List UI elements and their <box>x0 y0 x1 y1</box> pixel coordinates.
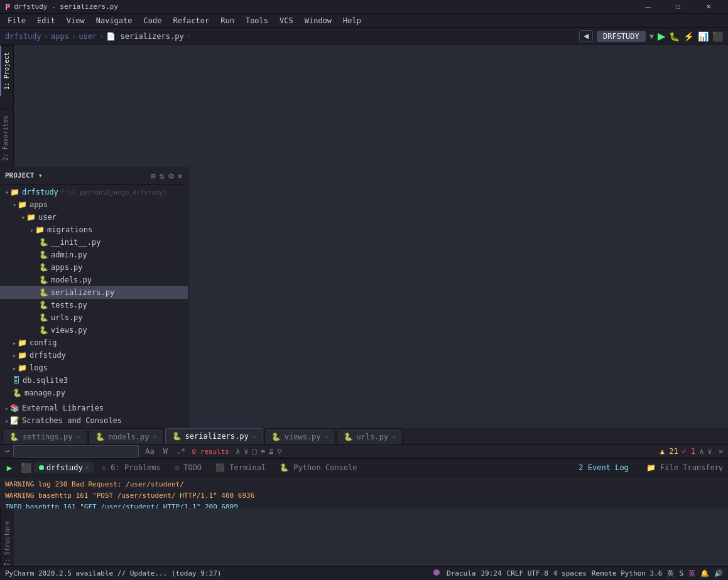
file-transfer-tab[interactable]: 📁 File Transfer <box>640 462 725 473</box>
search-case-option[interactable]: Aa <box>143 446 156 456</box>
tree-config[interactable]: ▸ 📁 config <box>0 336 188 349</box>
tray-icon-4[interactable]: 🔊 <box>714 569 723 577</box>
tree-manage[interactable]: 🐍 manage.py <box>0 387 188 399</box>
search-option3-icon[interactable]: ≣ <box>269 447 273 456</box>
search-down-icon[interactable]: ∨ <box>244 447 248 456</box>
collapse-up-icon[interactable]: ∧ <box>699 447 704 456</box>
tab-serializers[interactable]: 🐍 serializers.py ✕ <box>165 428 263 444</box>
status-encoding[interactable]: CRLF UTF-8 <box>507 569 548 577</box>
search-input[interactable] <box>13 445 139 458</box>
close-panel-icon[interactable]: ✕ <box>178 171 183 181</box>
error-count-badge[interactable]: ✓ 1 <box>682 447 696 456</box>
tree-migrations[interactable]: ▸ 📁 migrations <box>0 223 188 236</box>
tray-icon-3[interactable]: 🔔 <box>700 569 709 577</box>
project-panel-tab[interactable]: 1: Project <box>0 45 13 96</box>
status-cursor[interactable]: 29:24 <box>481 569 501 577</box>
run-restart-button[interactable]: ▶ <box>3 461 16 475</box>
nav-part-2[interactable]: apps <box>51 32 69 41</box>
debug-button[interactable]: 🐛 <box>669 31 680 41</box>
collapse-down-icon[interactable]: ∨ <box>708 447 712 456</box>
tree-init[interactable]: 🐍 __init__.py <box>0 236 188 249</box>
add-icon[interactable]: ⊕ <box>150 171 155 181</box>
tree-models[interactable]: 🐍 models.py <box>0 274 188 286</box>
search-prev-icon[interactable]: ↩ <box>5 447 9 456</box>
status-indent[interactable]: 4 spaces <box>553 569 587 577</box>
menu-item-edit[interactable]: Edit <box>32 15 60 26</box>
run-tab-name: drfstudy <box>46 463 83 472</box>
tree-serializers[interactable]: 🐍 serializers.py <box>0 286 188 299</box>
tree-apps-py[interactable]: 🐍 apps.py <box>0 261 188 274</box>
sync-icon[interactable]: ⇅ <box>160 171 165 181</box>
status-app-name[interactable]: PyCharm 2020.2.5 available // Update... … <box>5 569 221 577</box>
tree-admin[interactable]: 🐍 admin.py <box>0 249 188 261</box>
status-interpreter[interactable]: Remote Python 3.6 <box>592 569 663 577</box>
event-log-tab[interactable]: 2 Event Log <box>572 462 634 473</box>
run-tab-active[interactable]: drfstudy ✕ <box>34 462 94 473</box>
tab-models[interactable]: 🐍 models.py ✕ <box>89 428 164 444</box>
close-button[interactable]: ✕ <box>694 0 723 14</box>
nav-part-4[interactable]: 📄 serializers.py <box>106 32 183 41</box>
menu-item-run[interactable]: Run <box>215 15 239 26</box>
menu-item-vcs[interactable]: VCS <box>274 15 298 26</box>
tree-db[interactable]: 🗄 db.sqlite3 <box>0 374 188 387</box>
menu-item-window[interactable]: Window <box>300 15 337 26</box>
menu-item-code[interactable]: Code <box>139 15 167 26</box>
tree-scratches[interactable]: ▸ 📝 Scratches and Consoles <box>0 414 188 427</box>
run-with-coverage-button[interactable]: ⚡ <box>683 31 694 41</box>
run-stop-button[interactable]: ⬛ <box>19 461 33 475</box>
warning-count-badge[interactable]: ▲ 21 <box>660 447 678 456</box>
views-close-icon[interactable]: ✕ <box>325 433 329 440</box>
terminal-tab[interactable]: ⬛ Terminal <box>209 462 272 473</box>
tree-tests[interactable]: 🐍 tests.py <box>0 299 188 311</box>
tree-apps[interactable]: ▾ 📁 apps <box>0 198 188 211</box>
tree-external-libs[interactable]: ▸ 📚 External Libraries <box>0 402 188 414</box>
structure-tab[interactable]: 7: Structure <box>0 508 14 566</box>
tab-views[interactable]: 🐍 views.py ✕ <box>264 428 335 444</box>
run-button[interactable]: ▶ <box>658 30 665 42</box>
nav-part-3[interactable]: user <box>79 32 97 41</box>
tree-root[interactable]: ▾ 📁 drfstudy F:\C_python\Django_drfstudy… <box>0 186 188 198</box>
status-theme[interactable]: Dracula <box>433 569 475 577</box>
status-lang[interactable]: 英 <box>667 569 674 578</box>
tab-settings[interactable]: 🐍 settings.py ✕ <box>3 428 87 444</box>
urls-close-icon[interactable]: ✕ <box>392 433 396 440</box>
run-config-dropdown-icon[interactable]: ▼ <box>649 32 654 41</box>
problems-tab[interactable]: ⚠ 6: Problems <box>95 462 167 473</box>
close-search-icon[interactable]: ✕ <box>719 447 723 456</box>
search-option1-icon[interactable]: □ <box>252 447 256 456</box>
minimize-button[interactable]: — <box>634 0 663 14</box>
profile-button[interactable]: 📊 <box>698 31 709 41</box>
favorites-panel-tab[interactable]: 2: Favorites <box>0 109 13 167</box>
tree-views[interactable]: 🐍 views.py <box>0 324 188 336</box>
run-tab-close[interactable]: ✕ <box>85 464 89 471</box>
search-filter-icon[interactable]: ▽ <box>277 447 281 456</box>
menu-item-file[interactable]: File <box>3 15 31 26</box>
settings-close-icon[interactable]: ✕ <box>76 433 80 440</box>
menu-item-view[interactable]: View <box>62 15 90 26</box>
maximize-button[interactable]: □ <box>664 0 693 14</box>
nav-part-1[interactable]: drfstudy <box>5 32 41 41</box>
menu-item-refactor[interactable]: Refactor <box>168 15 214 26</box>
settings-icon[interactable]: ⚙ <box>168 171 173 181</box>
search-up-icon[interactable]: ∧ <box>236 447 240 456</box>
tray-icon-1[interactable]: S <box>679 569 683 577</box>
menu-item-tools[interactable]: Tools <box>241 15 273 26</box>
search-regex-option[interactable]: .* <box>174 446 188 456</box>
menu-item-navigate[interactable]: Navigate <box>91 15 138 26</box>
search-option2-icon[interactable]: ≡ <box>261 447 265 456</box>
serializers-close-icon[interactable]: ✕ <box>253 433 256 440</box>
tray-icon-2[interactable]: 英 <box>688 569 695 578</box>
stop-button[interactable]: ⬛ <box>712 31 723 41</box>
tree-urls[interactable]: 🐍 urls.py <box>0 311 188 324</box>
todo-tab[interactable]: ☑ TODO <box>168 462 208 473</box>
search-word-option[interactable]: W <box>161 446 170 456</box>
menu-item-help[interactable]: Help <box>338 15 366 26</box>
tree-logs[interactable]: ▸ 📁 logs <box>0 362 188 374</box>
models-close-icon[interactable]: ✕ <box>153 433 157 440</box>
python-console-tab[interactable]: 🐍 Python Console <box>273 462 363 473</box>
run-config-prev-button[interactable]: ◀ <box>579 30 593 42</box>
run-config-name[interactable]: DRFSTUDY <box>597 31 646 42</box>
tree-user[interactable]: ▾ 📁 user <box>0 211 188 223</box>
tab-urls[interactable]: 🐍 urls.py ✕ <box>337 428 403 444</box>
tree-drfstudy-folder[interactable]: ▸ 📁 drfstudy <box>0 349 188 362</box>
